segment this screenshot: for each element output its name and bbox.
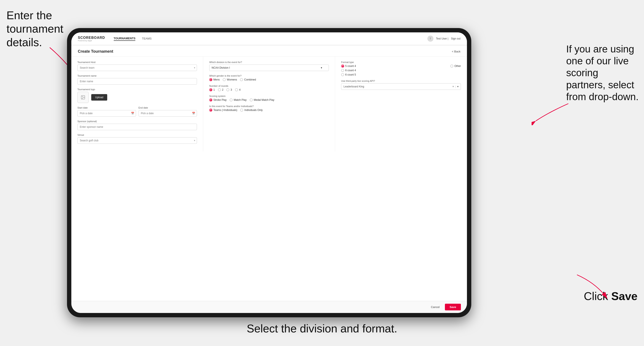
host-input[interactable] <box>78 65 197 71</box>
tablet-screen: SCOREBOARD Powered by clippit TOURNAMENT… <box>71 32 467 313</box>
round-2[interactable]: 2 <box>218 88 224 91</box>
teams-individuals-label: Individuals Only <box>244 109 263 112</box>
sponsor-label: Sponsor (optional) <box>78 120 197 123</box>
start-date-input[interactable] <box>78 110 136 117</box>
round-3[interactable]: 3 <box>226 88 232 91</box>
scoring-label: Scoring system <box>209 95 329 97</box>
format-5count4-radio <box>341 65 344 68</box>
format-5count4-label: 5 count 4 <box>345 65 356 68</box>
scoring-radio-group: Stroke Play Match Play Medal Match Play <box>209 98 329 101</box>
teams-group: Is this event for Teams and/or Individua… <box>209 105 329 112</box>
format-type-options: 5 count 4 6 count 4 6 count 5 <box>341 65 461 76</box>
gender-womens[interactable]: Womens <box>223 78 237 81</box>
round-3-label: 3 <box>230 88 232 91</box>
division-value: NCAA Division I <box>212 66 230 69</box>
format-right-options: Other <box>450 65 461 68</box>
teams-individuals[interactable]: Individuals Only <box>240 109 263 112</box>
page-header: Create Tournament Back <box>71 45 467 57</box>
venue-label: Venue <box>78 134 197 136</box>
division-chevron-icon: ▾ <box>321 66 322 69</box>
back-link[interactable]: Back <box>452 50 460 53</box>
navbar-right: T Test User | Sign out <box>428 36 460 42</box>
round-2-radio <box>218 88 221 91</box>
format-other-radio <box>450 65 453 68</box>
navbar: SCOREBOARD Powered by clippit TOURNAMENT… <box>71 32 467 45</box>
rounds-radio-group: 1 2 3 4 <box>209 88 329 91</box>
live-scoring-select[interactable]: Leaderboard King × | ▾ <box>341 83 461 90</box>
gender-combined[interactable]: Combined <box>240 78 256 81</box>
save-button[interactable]: Save <box>445 304 461 310</box>
format-6count4[interactable]: 6 count 4 <box>341 69 356 72</box>
scoring-stroke[interactable]: Stroke Play <box>209 98 226 101</box>
gender-group: Which gender is the event for? Mens Wome… <box>209 74 329 81</box>
date-row: Start date 📅 End date 📅 <box>78 106 197 117</box>
live-scoring-clear[interactable]: × <box>452 85 454 88</box>
format-6count5[interactable]: 6 count 5 <box>341 73 356 76</box>
sponsor-group: Sponsor (optional) <box>78 120 197 130</box>
round-3-radio <box>226 88 229 91</box>
logo-upload-area: Upload <box>78 92 197 103</box>
sponsor-input[interactable] <box>78 124 197 130</box>
upload-button[interactable]: Upload <box>91 94 107 101</box>
gender-womens-label: Womens <box>227 78 237 81</box>
scoring-medal-label: Medal Match Play <box>254 98 274 101</box>
teams-both[interactable]: Teams (+Individuals) <box>209 109 237 112</box>
live-scoring-chevron-icon[interactable]: ▾ <box>457 85 458 88</box>
teams-radio-group: Teams (+Individuals) Individuals Only <box>209 109 329 112</box>
gender-mens[interactable]: Mens <box>209 78 220 81</box>
format-6count5-label: 6 count 5 <box>345 73 356 76</box>
host-label: Tournament Host <box>78 61 197 63</box>
gender-mens-radio <box>209 78 212 81</box>
cancel-button[interactable]: Cancel <box>428 304 442 310</box>
form-footer: Cancel Save <box>71 301 467 313</box>
logo-placeholder <box>78 92 89 103</box>
scoring-match[interactable]: Match Play <box>230 98 246 101</box>
format-5count4[interactable]: 5 count 4 <box>341 65 356 68</box>
division-select[interactable]: NCAA Division I ▾ <box>209 65 329 71</box>
svg-point-5 <box>82 96 82 97</box>
end-date-label: End date <box>138 106 197 109</box>
gender-combined-radio <box>240 78 243 81</box>
format-6count4-radio <box>341 69 344 72</box>
nav-tournaments[interactable]: TOURNAMENTS <box>114 37 136 41</box>
scoring-medal[interactable]: Medal Match Play <box>250 98 274 101</box>
round-4[interactable]: 4 <box>235 88 240 91</box>
end-date-icon: 📅 <box>192 112 195 115</box>
format-type-group: Format type 5 count 4 6 count 4 <box>341 61 461 76</box>
brand-title: SCOREBOARD <box>78 36 105 40</box>
gender-mens-label: Mens <box>213 78 220 81</box>
live-scoring-value: Leaderboard King <box>344 85 364 88</box>
navbar-brand: SCOREBOARD Powered by clippit <box>78 36 105 42</box>
format-other[interactable]: Other <box>450 65 461 68</box>
form-col-2: Which division is the event for? NCAA Di… <box>203 57 335 152</box>
division-label: Which division is the event for? <box>209 61 329 63</box>
format-type-label: Format type <box>341 61 461 63</box>
logo-label: Tournament logo <box>78 88 197 91</box>
start-date-group: Start date 📅 <box>78 106 136 117</box>
dropdown-icon: ▾ <box>194 66 195 69</box>
end-date-group: End date 📅 <box>138 106 197 117</box>
form-body: Tournament Host ▾ Tournament name Tourna <box>71 57 467 152</box>
round-1[interactable]: 1 <box>209 88 215 91</box>
format-6count5-radio <box>341 73 344 76</box>
live-scoring-controls: × | ▾ <box>452 85 458 88</box>
main-content: Create Tournament Back Tournament Host ▾ <box>71 45 467 301</box>
name-input[interactable] <box>78 78 197 85</box>
tournament-name-group: Tournament name <box>78 74 197 85</box>
round-1-label: 1 <box>213 88 215 91</box>
annotation-bottomright: Click Save <box>584 289 638 303</box>
live-scoring-label: Use third-party live scoring API? <box>341 80 461 82</box>
rounds-label: Number of rounds <box>209 85 329 87</box>
venue-input[interactable] <box>78 137 197 144</box>
end-date-input[interactable] <box>138 110 197 117</box>
host-input-wrap: ▾ <box>78 65 197 71</box>
navbar-links: TOURNAMENTS TEAMS <box>114 37 428 41</box>
format-6count4-label: 6 count 4 <box>345 69 356 72</box>
form-col-3: Format type 5 count 4 6 count 4 <box>335 57 467 152</box>
end-date-wrap: 📅 <box>138 110 197 117</box>
signout-link[interactable]: Sign out <box>451 37 460 40</box>
nav-teams[interactable]: TEAMS <box>142 37 152 41</box>
tournament-host-group: Tournament Host ▾ <box>78 61 197 71</box>
gender-radio-group: Mens Womens Combined <box>209 78 329 81</box>
name-label: Tournament name <box>78 74 197 77</box>
